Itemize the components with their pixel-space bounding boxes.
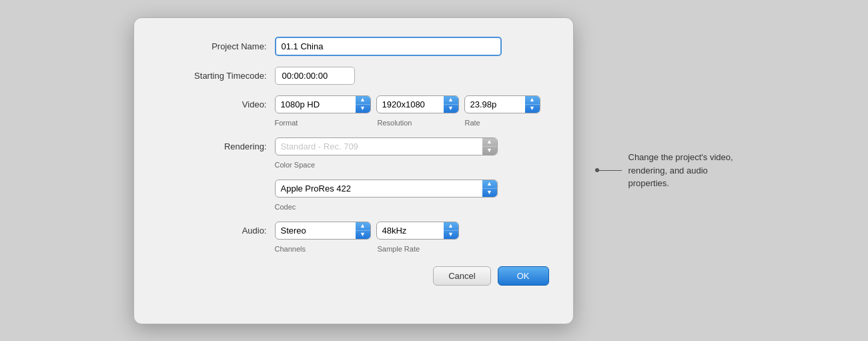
video-rate-down-btn[interactable]: ▼ bbox=[525, 105, 540, 113]
callout: Change the project's video, rendering, a… bbox=[595, 151, 735, 190]
rendering-colorspace-stepper-col: ▲ ▼ bbox=[482, 138, 497, 155]
video-rate-sublabel: Rate bbox=[465, 119, 541, 127]
video-format-stepper-col[interactable]: ▲ ▼ bbox=[356, 96, 370, 113]
video-resolution-select[interactable]: 1920x1080 1280x720 3840x2160 bbox=[377, 96, 444, 113]
audio-channels-stepper: Stereo Mono Surround ▲ ▼ bbox=[275, 222, 371, 240]
cancel-button[interactable]: Cancel bbox=[433, 266, 490, 286]
audio-channels-select[interactable]: Stereo Mono Surround bbox=[276, 222, 356, 239]
project-name-content bbox=[275, 37, 549, 56]
project-name-row: Project Name: bbox=[158, 37, 549, 56]
video-sublabel-row: Format Resolution Rate bbox=[158, 119, 549, 127]
audio-channels-stepper-col[interactable]: ▲ ▼ bbox=[356, 222, 370, 239]
audio-channels-up-btn[interactable]: ▲ bbox=[356, 222, 370, 231]
project-settings-dialog: Project Name: Starting Timecode: Video: … bbox=[133, 17, 574, 324]
project-name-label: Project Name: bbox=[158, 41, 275, 51]
video-rate-stepper: 23.98p 24p 29.97p 30p 60p ▲ ▼ bbox=[464, 95, 540, 113]
video-resolution-stepper: 1920x1080 1280x720 3840x2160 ▲ ▼ bbox=[376, 95, 459, 113]
audio-samplerate-select[interactable]: 48kHz 44.1kHz 96kHz bbox=[377, 222, 444, 239]
starting-timecode-label: Starting Timecode: bbox=[158, 71, 275, 81]
starting-timecode-content bbox=[275, 67, 549, 85]
rendering-codec-row: Apple ProRes 422 Apple ProRes 4444 H.264… bbox=[158, 180, 549, 198]
ok-button[interactable]: OK bbox=[498, 266, 549, 286]
video-rate-up-btn[interactable]: ▲ bbox=[525, 96, 540, 105]
rendering-colorspace-sublabel: Color Space bbox=[275, 161, 498, 169]
video-format-stepper: 1080p HD 720p HD 4K ▲ ▼ bbox=[275, 95, 371, 113]
video-row: Video: 1080p HD 720p HD 4K ▲ ▼ bbox=[158, 95, 549, 113]
rendering-codec-content: Apple ProRes 422 Apple ProRes 4444 H.264… bbox=[275, 180, 549, 198]
rendering-colorspace-sublabel-row: Color Space bbox=[158, 161, 549, 169]
button-row: Cancel OK bbox=[158, 266, 549, 286]
callout-line bbox=[595, 170, 622, 171]
rendering-colorspace-up-btn: ▲ bbox=[482, 138, 497, 147]
audio-sublabels: Channels Sample Rate bbox=[275, 245, 460, 253]
rendering-colorspace-stepper: Standard - Rec. 709 ▲ ▼ bbox=[275, 137, 498, 155]
video-format-up-btn[interactable]: ▲ bbox=[356, 96, 370, 105]
video-resolution-sublabel: Resolution bbox=[378, 119, 460, 127]
video-content: 1080p HD 720p HD 4K ▲ ▼ 1920x1080 1280x7… bbox=[275, 95, 549, 113]
rendering-codec-stepper: Apple ProRes 422 Apple ProRes 4444 H.264… bbox=[275, 180, 498, 198]
rendering-codec-select[interactable]: Apple ProRes 422 Apple ProRes 4444 H.264 bbox=[276, 180, 482, 197]
rendering-codec-stepper-col[interactable]: ▲ ▼ bbox=[482, 180, 497, 197]
audio-samplerate-down-btn[interactable]: ▼ bbox=[444, 231, 458, 239]
video-rate-stepper-col[interactable]: ▲ ▼ bbox=[525, 96, 540, 113]
video-format-down-btn[interactable]: ▼ bbox=[356, 105, 370, 113]
audio-content: Stereo Mono Surround ▲ ▼ 48kHz 44.1kHz 9… bbox=[275, 222, 549, 240]
audio-samplerate-sublabel: Sample Rate bbox=[378, 245, 460, 253]
project-name-input[interactable] bbox=[275, 37, 502, 56]
audio-channels-sublabel: Channels bbox=[275, 245, 372, 253]
video-format-sublabel: Format bbox=[275, 119, 372, 127]
audio-samplerate-stepper-col[interactable]: ▲ ▼ bbox=[444, 222, 458, 239]
starting-timecode-row: Starting Timecode: bbox=[158, 67, 549, 85]
rendering-colorspace-content: Standard - Rec. 709 ▲ ▼ bbox=[275, 137, 549, 155]
rendering-codec-up-btn[interactable]: ▲ bbox=[482, 180, 497, 189]
video-format-select[interactable]: 1080p HD 720p HD 4K bbox=[276, 96, 356, 113]
video-label: Video: bbox=[158, 99, 275, 109]
rendering-colorspace-down-btn: ▼ bbox=[482, 147, 497, 155]
rendering-codec-down-btn[interactable]: ▼ bbox=[482, 189, 497, 197]
video-resolution-stepper-col[interactable]: ▲ ▼ bbox=[444, 96, 458, 113]
audio-samplerate-up-btn[interactable]: ▲ bbox=[444, 222, 458, 231]
video-resolution-down-btn[interactable]: ▼ bbox=[444, 105, 458, 113]
video-rate-select[interactable]: 23.98p 24p 29.97p 30p 60p bbox=[465, 96, 525, 113]
rendering-colorspace-select[interactable]: Standard - Rec. 709 bbox=[276, 138, 482, 155]
audio-sublabel-row: Channels Sample Rate bbox=[158, 245, 549, 253]
callout-text: Change the project's video, rendering, a… bbox=[628, 151, 735, 190]
audio-label: Audio: bbox=[158, 226, 275, 236]
rendering-label: Rendering: bbox=[158, 141, 275, 151]
audio-row: Audio: Stereo Mono Surround ▲ ▼ bbox=[158, 222, 549, 240]
rendering-codec-sublabel: Codec bbox=[275, 203, 498, 211]
rendering-codec-sublabel-row: Codec bbox=[158, 203, 549, 211]
rendering-colorspace-row: Rendering: Standard - Rec. 709 ▲ ▼ bbox=[158, 137, 549, 155]
audio-channels-down-btn[interactable]: ▼ bbox=[356, 231, 370, 239]
video-resolution-up-btn[interactable]: ▲ bbox=[444, 96, 458, 105]
audio-samplerate-stepper: 48kHz 44.1kHz 96kHz ▲ ▼ bbox=[376, 222, 459, 240]
video-sublabels: Format Resolution Rate bbox=[275, 119, 541, 127]
starting-timecode-input[interactable] bbox=[275, 67, 355, 85]
